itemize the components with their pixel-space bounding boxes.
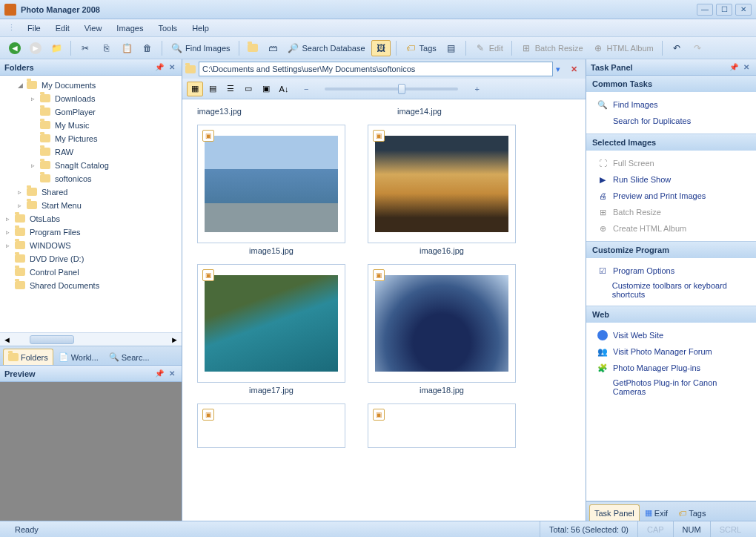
pin-button[interactable]: 📌: [154, 62, 165, 73]
tree-item[interactable]: My Pictures: [0, 132, 182, 145]
tab-exif[interactable]: ▦Exif: [640, 504, 673, 521]
customize-header: Customize Program: [586, 242, 756, 258]
html-album-link[interactable]: ⊕Create HTML Album: [592, 220, 750, 237]
tree-item[interactable]: ▹Program Files: [0, 225, 182, 239]
slider-handle[interactable]: [398, 84, 405, 94]
tree-item[interactable]: ▹OtsLabs: [0, 212, 182, 225]
title-bar: Photo Manager 2008 — ☐ ✕: [0, 0, 756, 19]
tree-item[interactable]: RAW: [0, 145, 182, 159]
minimize-button[interactable]: —: [697, 4, 713, 16]
horizontal-scrollbar[interactable]: ◄ ►: [0, 332, 182, 346]
folder-icon: [248, 44, 258, 52]
close-pane-button[interactable]: ✕: [167, 62, 177, 73]
edit-button[interactable]: ✎Edit: [471, 40, 506, 56]
main-toolbar: ◄ ► 📁 ✂ ⎘ 📋 🗑 🔍Find Images 🗃 🔎Search Dat…: [0, 37, 756, 59]
thumbnail-item[interactable]: ▣ image17.jpg: [197, 264, 345, 398]
tree-item[interactable]: ▹Start Menu: [0, 199, 182, 212]
search-database-button[interactable]: 🔎Search Database: [285, 40, 368, 56]
zoom-in-icon: +: [474, 85, 479, 93]
view-filmstrip-button[interactable]: ▭: [240, 82, 256, 96]
tree-item[interactable]: My Music: [0, 119, 182, 132]
tree-item[interactable]: GomPlayer: [0, 105, 182, 119]
zoom-slider[interactable]: [325, 88, 458, 90]
copy-icon: ⎘: [100, 42, 112, 54]
forward-button[interactable]: ►: [27, 40, 44, 56]
view-details-button[interactable]: ☰: [222, 82, 239, 96]
db-button[interactable]: 🗃: [264, 40, 282, 56]
open-folder-button[interactable]: [245, 40, 261, 56]
menu-help[interactable]: Help: [186, 22, 215, 35]
batch-resize-button[interactable]: ⊞Batch Resize: [517, 40, 586, 56]
menu-images[interactable]: Images: [110, 22, 149, 35]
pin-preview-button[interactable]: 📌: [154, 369, 165, 379]
tree-item[interactable]: Control Panel: [0, 266, 182, 279]
sort-button[interactable]: A↓: [276, 82, 292, 96]
tab-worklist[interactable]: 📄Workl...: [53, 349, 104, 365]
fullscreen-icon: ⛶: [597, 157, 609, 169]
cut-button[interactable]: ✂: [76, 40, 94, 56]
tree-item[interactable]: ▹Shared: [0, 185, 182, 199]
go-button[interactable]: ▾: [556, 65, 568, 74]
close-preview-button[interactable]: ✕: [167, 369, 177, 379]
thumbnail-item[interactable]: ▣: [368, 403, 516, 448]
thumbnail-item[interactable]: ▣ image15.jpg: [197, 125, 345, 258]
thumb-label: image16.jpg: [420, 243, 464, 258]
folder-tree[interactable]: ◢My Documents▹DownloadsGomPlayerMy Music…: [0, 76, 182, 332]
tree-item[interactable]: softonicos: [0, 172, 182, 185]
paste-button[interactable]: 📋: [118, 40, 136, 56]
view-list-button[interactable]: ▤: [205, 82, 221, 96]
view-thumbs-button[interactable]: ▦: [187, 82, 203, 96]
tags-list-button[interactable]: ▤: [442, 40, 460, 56]
clear-path-button[interactable]: ✕: [571, 65, 583, 74]
path-input[interactable]: [199, 62, 553, 76]
thumbnail-item[interactable]: ▣ image16.jpg: [368, 125, 516, 258]
menu-view[interactable]: View: [79, 22, 108, 35]
view-tiles-button[interactable]: ▣: [258, 82, 274, 96]
search-duplicates-link[interactable]: Search for Duplicates: [592, 113, 750, 129]
menu-tools[interactable]: Tools: [152, 22, 183, 35]
tree-item[interactable]: ▹SnagIt Catalog: [0, 159, 182, 172]
tag-icon: 🏷: [405, 42, 417, 54]
close-button[interactable]: ✕: [735, 4, 752, 16]
visit-site-link[interactable]: Visit Web Site: [592, 327, 750, 343]
thumbnail-item[interactable]: ▣ image18.jpg: [368, 264, 516, 398]
pin-task-button[interactable]: 📌: [729, 62, 739, 73]
tree-item[interactable]: DVD Drive (D:): [0, 252, 182, 266]
undo-button[interactable]: ↶: [668, 40, 686, 56]
find-images-link[interactable]: 🔍Find Images: [592, 96, 750, 113]
thumbnail-item[interactable]: ▣: [197, 403, 345, 448]
tree-item[interactable]: ◢My Documents: [0, 79, 182, 92]
html-album-button[interactable]: ⊕HTML Album: [589, 40, 657, 56]
tab-task-panel[interactable]: Task Panel: [589, 504, 640, 521]
batch-resize-link[interactable]: ⊞Batch Resize: [592, 204, 750, 220]
close-task-button[interactable]: ✕: [741, 62, 752, 73]
undo-icon: ↶: [671, 42, 683, 54]
tree-item[interactable]: ▹WINDOWS: [0, 239, 182, 252]
redo-button[interactable]: ↷: [689, 40, 706, 56]
tree-item[interactable]: Shared Documents: [0, 279, 182, 292]
back-button[interactable]: ◄: [6, 40, 24, 56]
customize-toolbars-link[interactable]: Customize toolbars or keyboard shortcuts: [592, 279, 750, 301]
forum-link[interactable]: 👥Visit Photo Manager Forum: [592, 343, 750, 360]
getphotos-link[interactable]: GetPhotos Plug-in for Canon Cameras: [592, 376, 750, 398]
tags-button[interactable]: 🏷Tags: [402, 40, 440, 56]
copy-button[interactable]: ⎘: [97, 40, 115, 56]
full-screen-link[interactable]: ⛶Full Screen: [592, 155, 750, 171]
up-button[interactable]: 📁: [47, 40, 65, 56]
slide-show-link[interactable]: ▶Run Slide Show: [592, 171, 750, 188]
tab-folders[interactable]: Folders: [3, 349, 53, 365]
menu-file[interactable]: File: [21, 22, 47, 35]
tab-tags[interactable]: 🏷Tags: [673, 504, 711, 521]
find-images-button[interactable]: 🔍Find Images: [168, 40, 233, 56]
menu-edit[interactable]: Edit: [50, 22, 76, 35]
thumbnail-grid[interactable]: image13.jpg image14.jpg ▣ image15.jpg ▣ …: [182, 99, 586, 521]
delete-button[interactable]: 🗑: [139, 40, 156, 56]
preview-pane: Preview 📌 ✕: [0, 365, 182, 521]
maximize-button[interactable]: ☐: [716, 4, 732, 16]
tab-search[interactable]: 🔍Searc...: [104, 349, 155, 365]
plugins-link[interactable]: 🧩Photo Manager Plug-ins: [592, 360, 750, 376]
image-view-button[interactable]: 🖼: [371, 40, 391, 56]
program-options-link[interactable]: ☑Program Options: [592, 263, 750, 279]
preview-print-link[interactable]: 🖨Preview and Print Images: [592, 188, 750, 204]
tree-item[interactable]: ▹Downloads: [0, 92, 182, 105]
